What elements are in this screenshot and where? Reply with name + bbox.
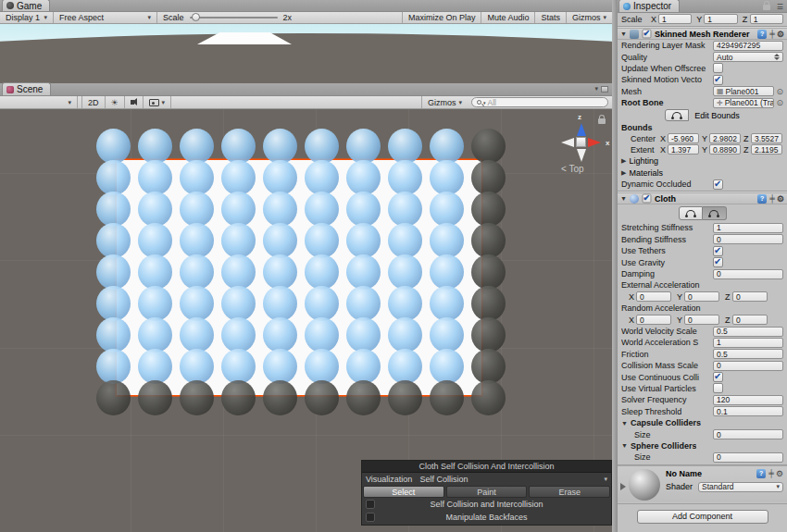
cloth-particle[interactable] [263,192,297,227]
edit-cloth-constraints-button[interactable] [679,206,703,220]
cloth-particle[interactable] [346,192,381,227]
aspect-dropdown[interactable]: Free Aspect▾ [54,12,157,23]
cloth-particle[interactable] [471,192,506,227]
cloth-enabled-checkbox[interactable] [642,194,651,204]
cloth-particle[interactable] [471,317,506,353]
property-checkbox[interactable] [713,75,723,85]
object-picker-icon[interactable]: ⊙ [776,87,783,96]
cloth-particle[interactable] [263,254,297,290]
scene-audio-toggle[interactable] [125,96,144,108]
smr-component-header[interactable]: ▼ Skinned Mesh Renderer ? ╪ ⚙ [618,28,787,40]
cloth-particle[interactable] [96,192,131,227]
display-dropdown[interactable]: Display 1▾ [0,12,54,23]
cloth-particle[interactable] [180,380,214,415]
cloth-particle[interactable] [305,317,339,353]
cloth-particle[interactable] [221,223,256,258]
cloth-particle[interactable] [263,286,297,321]
cloth-particle[interactable] [138,160,172,195]
cloth-particle[interactable] [221,349,256,384]
property-checkbox[interactable] [713,257,723,267]
tab-list-icon[interactable] [601,86,608,93]
center-z-field[interactable]: 3.5527 [751,133,782,143]
cloth-row[interactable]: ▼Capsule Colliders [618,417,787,428]
maximize-on-play-button[interactable]: Maximize On Play [402,12,481,23]
cloth-particle[interactable] [346,129,381,164]
cloth-particle[interactable] [471,254,506,290]
cloth-particle[interactable] [221,129,256,164]
property-field[interactable]: 0.5 [713,327,783,337]
game-gizmos-dropdown[interactable]: Gizmos▾ [566,12,612,23]
foldout-arrow-icon[interactable]: ▼ [620,31,627,37]
cloth-particle[interactable] [138,254,172,290]
cloth-particle[interactable] [471,160,506,195]
tab-inspector[interactable]: Inspector [618,0,680,12]
cloth-particle[interactable] [96,129,131,164]
vector-field[interactable]: 0 [732,291,768,302]
cloth-particle[interactable] [346,223,381,258]
preset-icon[interactable]: ╪ [769,30,774,38]
cloth-particle[interactable] [388,254,422,290]
property-field[interactable]: 1 [713,338,783,348]
cloth-particle[interactable] [96,380,131,415]
object-picker-icon[interactable]: ⊙ [776,98,783,107]
cloth-particle[interactable] [138,349,172,384]
cloth-particle[interactable] [138,286,172,321]
materials-foldout[interactable]: ▶Materials [618,167,787,179]
center-x-field[interactable]: -5.960 [668,133,699,143]
cloth-particle[interactable] [430,192,464,227]
object-field[interactable]: ▦Plane001 [713,86,774,96]
property-checkbox[interactable] [713,372,723,382]
cloth-particle[interactable] [430,317,464,353]
cloth-particle[interactable] [138,317,172,353]
scene-gizmos-dropdown[interactable]: Gizmos▾ [421,96,468,108]
cloth-particle[interactable] [305,254,339,290]
foldout-arrow-icon[interactable]: ▼ [620,195,627,202]
cloth-particle[interactable] [430,254,464,290]
cloth-particle[interactable] [346,160,381,195]
stats-button[interactable]: Stats [534,12,566,23]
gear-icon[interactable]: ⚙ [777,30,784,39]
cloth-particle[interactable] [346,254,381,290]
cloth-particle[interactable] [388,192,422,227]
cloth-particle[interactable] [180,317,214,353]
help-icon[interactable]: ? [756,469,766,478]
cloth-row[interactable]: ▼Sphere Colliders [618,440,787,452]
cloth-particle[interactable] [388,160,422,195]
lighting-foldout[interactable]: ▶Lighting [618,155,787,167]
cloth-particle[interactable] [138,380,172,415]
cloth-particle[interactable] [263,317,297,353]
property-field[interactable]: 0 [713,269,783,279]
property-checkbox[interactable] [713,246,723,256]
extent-x-field[interactable]: 1.397 [668,144,699,155]
cloth-particle[interactable] [96,223,131,258]
cloth-particle[interactable] [430,286,464,321]
cloth-particle[interactable] [263,349,297,384]
cloth-particle[interactable] [471,349,506,384]
shader-dropdown[interactable]: Standard ▾ [698,482,783,492]
property-field[interactable]: 0.1 [713,406,783,416]
cloth-particle[interactable] [305,192,339,227]
property-field[interactable]: 0 [713,429,783,439]
scene-viewport[interactable]: z x < Top Cloth Self Collision And Inter… [0,109,612,532]
add-component-button[interactable]: Add Component [637,510,768,524]
cloth-tab-erase[interactable]: Erase [529,486,610,498]
smr-enabled-checkbox[interactable] [642,30,651,39]
cloth-particle[interactable] [388,380,422,415]
cloth-particle[interactable] [138,129,172,164]
material-foldout-arrow-icon[interactable] [620,483,626,490]
scale-y-field[interactable]: 1 [704,14,737,24]
cloth-particle[interactable] [221,380,256,415]
scale-z-field[interactable]: 1 [750,14,783,24]
help-icon[interactable]: ? [757,194,767,204]
extent-z-field[interactable]: 2.1195 [751,144,782,155]
cloth-particle[interactable] [346,349,381,384]
cloth-particle[interactable] [96,254,131,290]
cloth-particle[interactable] [305,380,339,415]
cloth-particle[interactable] [221,286,256,321]
property-field[interactable]: 4294967295 [713,41,783,51]
vector-field[interactable]: 0 [684,291,719,302]
cloth-particle[interactable] [96,349,131,384]
cloth-particle[interactable] [96,317,131,353]
tab-scene[interactable]: Scene [2,82,51,95]
vector-field[interactable]: 0 [636,291,671,302]
